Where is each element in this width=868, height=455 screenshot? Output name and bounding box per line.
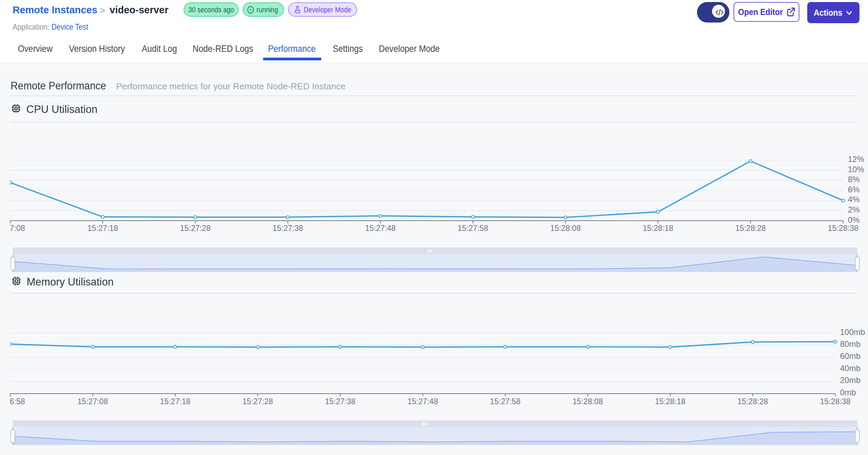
- svg-text:6:58: 6:58: [10, 397, 25, 406]
- svg-text:2%: 2%: [848, 205, 860, 214]
- svg-text:0mb: 0mb: [840, 388, 856, 397]
- svg-text:15:28:18: 15:28:18: [655, 397, 686, 406]
- svg-text:4%: 4%: [848, 195, 860, 204]
- svg-text:15:27:48: 15:27:48: [365, 224, 396, 233]
- svg-text:6%: 6%: [848, 185, 860, 194]
- svg-text:0%: 0%: [848, 215, 860, 224]
- svg-text:15:28:08: 15:28:08: [550, 224, 581, 233]
- svg-text:15:27:28: 15:27:28: [180, 224, 211, 233]
- svg-text:15:28:38: 15:28:38: [828, 224, 858, 233]
- svg-text:12%: 12%: [848, 155, 864, 164]
- svg-text:15:27:18: 15:27:18: [87, 224, 118, 233]
- svg-text:15:28:08: 15:28:08: [572, 397, 603, 406]
- svg-text:15:27:58: 15:27:58: [458, 224, 488, 233]
- svg-text:15:28:18: 15:28:18: [643, 224, 673, 233]
- svg-text:80mb: 80mb: [840, 339, 860, 349]
- svg-text:15:27:58: 15:27:58: [490, 397, 521, 406]
- svg-text:15:27:28: 15:27:28: [242, 397, 273, 406]
- svg-text:15:28:38: 15:28:38: [820, 397, 851, 406]
- svg-text:8%: 8%: [848, 175, 860, 184]
- svg-text:60mb: 60mb: [840, 351, 860, 361]
- svg-text:40mb: 40mb: [840, 364, 860, 373]
- svg-text:7:08: 7:08: [10, 224, 25, 233]
- svg-text:100mb: 100mb: [840, 327, 865, 337]
- svg-text:15:27:48: 15:27:48: [408, 397, 438, 406]
- svg-text:15:28:28: 15:28:28: [738, 397, 768, 406]
- svg-text:15:27:08: 15:27:08: [77, 397, 108, 406]
- svg-text:10%: 10%: [848, 165, 864, 174]
- svg-text:15:27:38: 15:27:38: [273, 224, 303, 233]
- svg-text:20mb: 20mb: [840, 376, 860, 385]
- svg-text:15:27:38: 15:27:38: [325, 397, 356, 406]
- svg-text:15:28:28: 15:28:28: [735, 224, 766, 233]
- svg-text:15:27:18: 15:27:18: [160, 397, 191, 406]
